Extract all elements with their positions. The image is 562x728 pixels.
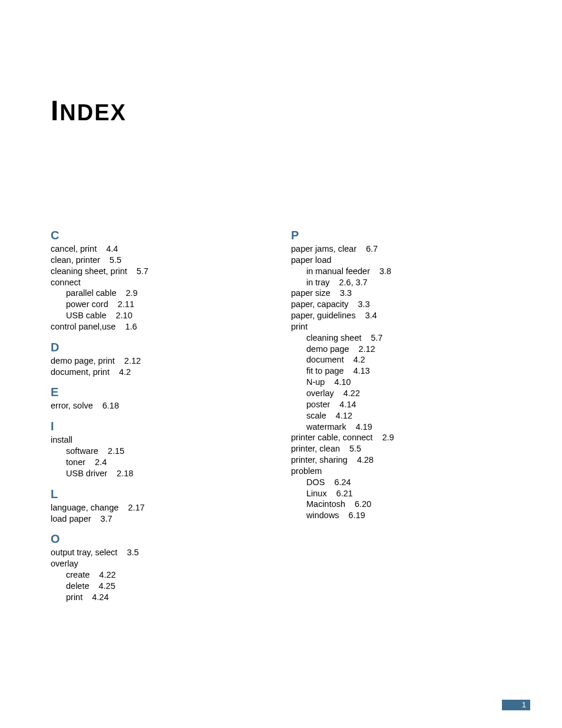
index-entry: scale4.12 — [306, 410, 480, 421]
index-entry: printer, sharing4.28 — [291, 454, 480, 466]
section-letter: E — [51, 386, 239, 399]
index-term: Macintosh — [306, 499, 345, 509]
index-entry: printer cable, connect2.9 — [291, 432, 480, 443]
index-term: install — [51, 435, 72, 444]
index-entry: cleaning sheet, print5.7 — [51, 266, 239, 277]
index-term: paper jams, clear — [291, 244, 356, 253]
index-entry: problem — [291, 466, 480, 477]
index-entry: error, solve6.18 — [51, 400, 239, 411]
index-ref: 4.25 — [99, 581, 115, 591]
index-entry: connect — [51, 277, 239, 288]
index-entry: output tray, select3.5 — [51, 547, 239, 558]
index-ref: 5.5 — [110, 255, 121, 265]
index-term: error, solve — [51, 401, 93, 410]
index-term: toner — [66, 457, 85, 467]
index-ref: 4.2 — [119, 367, 131, 377]
page-number-badge: 1 — [502, 700, 530, 710]
title-first-letter: I — [51, 95, 59, 126]
index-entry: power cord2.11 — [66, 299, 239, 310]
index-ref: 3.4 — [365, 311, 377, 320]
index-entry: Macintosh6.20 — [306, 499, 480, 510]
index-ref: 4.24 — [92, 592, 108, 602]
index-entry: control panel,use1.6 — [51, 321, 239, 332]
index-ref: 2.9 — [125, 288, 137, 298]
index-term: print — [291, 322, 308, 331]
index-term: control panel,use — [51, 322, 115, 331]
section-letter: L — [51, 487, 239, 501]
index-term: create — [66, 570, 90, 579]
index-ref: 4.28 — [357, 455, 373, 465]
index-term: cancel, print — [51, 244, 97, 253]
index-term: USB cable — [66, 311, 107, 320]
index-ref: 2.12 — [124, 356, 141, 365]
index-term: document — [306, 355, 344, 364]
index-ref: 4.4 — [106, 244, 118, 253]
index-entry: fit to page4.13 — [306, 365, 480, 377]
index-term: printer, clean — [291, 444, 340, 453]
index-entry: print4.24 — [66, 592, 239, 603]
index-columns: Ccancel, print4.4clean, printer5.5cleani… — [51, 229, 480, 603]
index-term: cleaning sheet, print — [51, 266, 127, 276]
index-entry: paper size3.3 — [291, 288, 480, 299]
index-entry: overlay — [51, 558, 239, 569]
index-term: paper load — [291, 255, 332, 265]
index-entry: paper, guidelines3.4 — [291, 310, 480, 321]
index-entry: USB driver2.18 — [66, 468, 239, 479]
index-term: fit to page — [306, 366, 344, 375]
index-ref: 4.13 — [353, 366, 370, 375]
index-entry: DOS6.24 — [306, 477, 480, 488]
index-term: paper, guidelines — [291, 311, 356, 320]
index-entry: document, print4.2 — [51, 367, 239, 378]
index-term: watermark — [306, 422, 346, 431]
index-entry: install — [51, 434, 239, 446]
section-letter: I — [51, 420, 239, 433]
index-term: N-up — [306, 377, 325, 387]
index-entry: print — [291, 321, 480, 332]
index-term: output tray, select — [51, 548, 117, 557]
index-entry: paper jams, clear6.7 — [291, 243, 480, 255]
index-ref: 6.18 — [103, 401, 119, 410]
index-term: DOS — [306, 477, 325, 487]
index-term: scale — [306, 411, 326, 420]
index-ref: 2.17 — [128, 503, 144, 512]
section-letter: C — [51, 229, 239, 242]
index-term: printer cable, connect — [291, 433, 373, 442]
index-ref: 2.12 — [359, 344, 375, 354]
index-entry: delete4.25 — [66, 581, 239, 592]
index-entry: windows6.19 — [306, 510, 480, 521]
index-ref: 3.7 — [101, 514, 113, 523]
index-term: problem — [291, 466, 322, 476]
section-letter: O — [51, 532, 239, 546]
index-term: overlay — [51, 559, 78, 568]
index-term: windows — [306, 510, 339, 520]
index-entry: load paper3.7 — [51, 513, 239, 525]
index-term: cleaning sheet — [306, 333, 362, 342]
index-entry: create4.22 — [66, 569, 239, 581]
index-ref: 5.7 — [371, 333, 383, 342]
title-rest: NDEX — [59, 100, 127, 125]
index-ref: 2.9 — [382, 433, 394, 442]
index-ref: 2.10 — [116, 311, 133, 320]
index-term: document, print — [51, 367, 110, 377]
section-letter: P — [291, 229, 480, 242]
index-entry: N-up4.10 — [306, 377, 480, 388]
index-entry: in manual feeder3.8 — [306, 266, 480, 277]
index-ref: 2.11 — [118, 299, 134, 309]
index-entry: cancel, print4.4 — [51, 243, 239, 255]
index-ref: 6.20 — [355, 499, 371, 509]
index-term: printer, sharing — [291, 455, 348, 465]
index-ref: 3.3 — [358, 299, 370, 309]
index-entry: overlay4.22 — [306, 388, 480, 399]
index-term: paper, capacity — [291, 299, 349, 309]
index-term: poster — [306, 400, 330, 409]
index-term: language, change — [51, 503, 118, 512]
index-entry: in tray2.6, 3.7 — [306, 277, 480, 288]
index-term: clean, printer — [51, 255, 100, 265]
index-term: USB driver — [66, 469, 107, 478]
index-term: in manual feeder — [306, 266, 370, 276]
index-entry: toner2.4 — [66, 457, 239, 468]
index-term: delete — [66, 581, 90, 591]
index-term: in tray — [306, 278, 330, 287]
index-ref: 4.2 — [353, 355, 365, 364]
index-term: demo page — [306, 344, 349, 354]
